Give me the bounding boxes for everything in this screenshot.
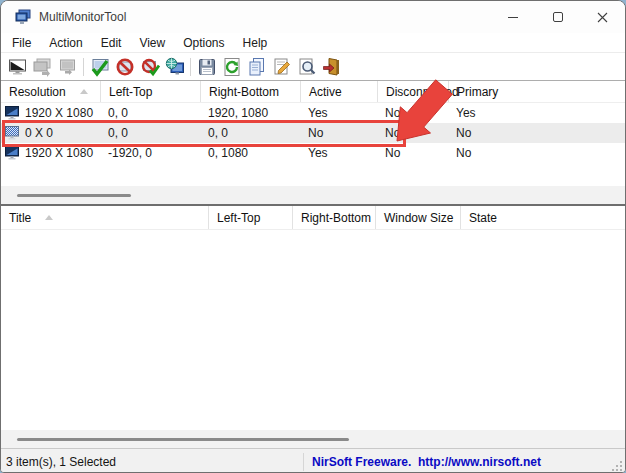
column-header-disconnected[interactable]: Disconnected xyxy=(378,81,449,102)
set-primary-monitor-icon xyxy=(165,57,185,77)
cell-active: Yes xyxy=(301,103,378,123)
disconnected-monitor-icon xyxy=(5,126,20,140)
cell-resolution: 1920 X 1080 xyxy=(25,106,93,120)
column-header-title[interactable]: Title xyxy=(1,206,209,229)
nirsoft-link[interactable]: NirSoft Freeware. http://www.nirsoft.net xyxy=(304,455,541,469)
set-primary-monitor-button[interactable] xyxy=(162,55,187,79)
sort-ascending-icon xyxy=(45,214,52,221)
copy-icon xyxy=(247,57,267,77)
monitor-icon xyxy=(5,146,20,160)
column-header-window-size[interactable]: Window Size xyxy=(376,206,461,229)
preview-monitor-icon xyxy=(8,57,28,77)
column-header-label: Primary xyxy=(457,85,498,99)
cell-resolution: 0 X 0 xyxy=(25,126,53,140)
cell-left-top: 0, 0 xyxy=(101,103,201,123)
scrollbar-thumb[interactable] xyxy=(17,438,349,441)
save-button[interactable] xyxy=(194,55,219,79)
exit-icon xyxy=(322,57,342,77)
cell-disconnected: No xyxy=(378,103,449,123)
monitor-icon xyxy=(5,106,20,120)
menu-action[interactable]: Action xyxy=(40,34,91,52)
menu-options[interactable]: Options xyxy=(174,34,233,52)
enable-disable-toggle-icon xyxy=(140,57,160,77)
disable-monitor-button[interactable] xyxy=(112,55,137,79)
maximize-button[interactable] xyxy=(535,1,580,33)
column-header-left-top[interactable]: Left-Top xyxy=(101,81,201,102)
column-header-right-bottom[interactable]: Right-Bottom xyxy=(293,206,376,229)
refresh-icon xyxy=(222,57,242,77)
move-windows-button-disabled xyxy=(30,55,55,79)
find-icon xyxy=(297,57,317,77)
close-button[interactable] xyxy=(580,1,625,33)
monitors-pane: Resolution Left-Top Right-Bottom Active … xyxy=(1,81,625,204)
monitor-row-3[interactable]: 1920 X 1080 -1920, 0 0, 1080 Yes No No xyxy=(1,143,625,163)
menu-edit[interactable]: Edit xyxy=(92,34,131,52)
cell-active: No xyxy=(301,123,378,143)
menu-bar: File Action Edit View Options Help xyxy=(1,33,625,53)
enable-disable-toggle-button[interactable] xyxy=(137,55,162,79)
status-item-count: 3 item(s), 1 Selected xyxy=(1,455,303,469)
cell-primary: No xyxy=(449,143,625,163)
app-logo-icon xyxy=(15,9,31,25)
cell-disconnected: No xyxy=(378,123,449,143)
monitor-row-1[interactable]: 1920 X 1080 0, 0 1920, 1080 Yes No Yes xyxy=(1,103,625,123)
properties-button[interactable] xyxy=(269,55,294,79)
enable-monitor-button[interactable] xyxy=(87,55,112,79)
exit-button[interactable] xyxy=(319,55,344,79)
cell-right-bottom: 1920, 1080 xyxy=(201,103,301,123)
menu-file[interactable]: File xyxy=(3,34,40,52)
sort-ascending-icon xyxy=(80,88,87,95)
resize-grip[interactable] xyxy=(611,460,623,472)
column-header-label: Active xyxy=(309,85,342,99)
refresh-button[interactable] xyxy=(219,55,244,79)
column-header-label: Right-Bottom xyxy=(301,211,371,225)
move-windows-monitor-disabled-icon xyxy=(33,57,53,77)
monitors-horizontal-scrollbar[interactable] xyxy=(1,186,625,204)
find-button[interactable] xyxy=(294,55,319,79)
column-header-state[interactable]: State xyxy=(461,206,625,229)
toolbar-separator xyxy=(83,58,84,76)
cell-resolution: 1920 X 1080 xyxy=(25,146,93,160)
minimize-icon xyxy=(508,17,518,18)
column-header-label: Left-Top xyxy=(217,211,260,225)
windows-list-empty-area xyxy=(1,230,625,430)
menu-view[interactable]: View xyxy=(130,34,174,52)
move-to-primary-disabled-icon xyxy=(58,57,78,77)
copy-button[interactable] xyxy=(244,55,269,79)
column-header-resolution[interactable]: Resolution xyxy=(1,81,101,102)
column-header-label: Window Size xyxy=(384,211,453,225)
cell-active: Yes xyxy=(301,143,378,163)
disable-monitor-icon xyxy=(115,57,135,77)
monitors-list-empty-area xyxy=(1,163,625,186)
column-header-active[interactable]: Active xyxy=(301,81,378,102)
cell-disconnected: No xyxy=(378,143,449,163)
column-header-label: Disconnected xyxy=(386,85,459,99)
windows-pane: Title Left-Top Right-Bottom Window Size … xyxy=(1,206,625,448)
cell-left-top: 0, 0 xyxy=(101,123,201,143)
window-title: MultiMonitorTool xyxy=(39,10,126,24)
toolbar xyxy=(1,53,625,81)
toolbar-separator xyxy=(190,58,191,76)
column-header-primary[interactable]: Primary xyxy=(449,81,625,102)
enable-monitor-icon xyxy=(90,57,110,77)
app-window: MultiMonitorTool File Action Edit View O… xyxy=(0,0,626,473)
menu-help[interactable]: Help xyxy=(234,34,277,52)
monitor-row-2-selected[interactable]: 0 X 0 0, 0 0, 0 No No No xyxy=(1,123,625,143)
scrollbar-thumb[interactable] xyxy=(17,194,131,197)
monitors-table-header: Resolution Left-Top Right-Bottom Active … xyxy=(1,81,625,103)
column-header-label: Left-Top xyxy=(109,85,152,99)
preview-monitor-button[interactable] xyxy=(5,55,30,79)
close-icon xyxy=(597,12,608,23)
save-icon xyxy=(197,57,217,77)
column-header-label: State xyxy=(469,211,497,225)
properties-icon xyxy=(272,57,292,77)
cell-left-top: -1920, 0 xyxy=(101,143,201,163)
windows-horizontal-scrollbar[interactable] xyxy=(1,430,625,448)
column-header-label: Title xyxy=(9,211,31,225)
column-header-left-top[interactable]: Left-Top xyxy=(209,206,293,229)
column-header-label: Resolution xyxy=(9,85,66,99)
windows-table-header: Title Left-Top Right-Bottom Window Size … xyxy=(1,206,625,230)
title-bar: MultiMonitorTool xyxy=(1,1,625,33)
column-header-right-bottom[interactable]: Right-Bottom xyxy=(201,81,301,102)
minimize-button[interactable] xyxy=(490,1,535,33)
